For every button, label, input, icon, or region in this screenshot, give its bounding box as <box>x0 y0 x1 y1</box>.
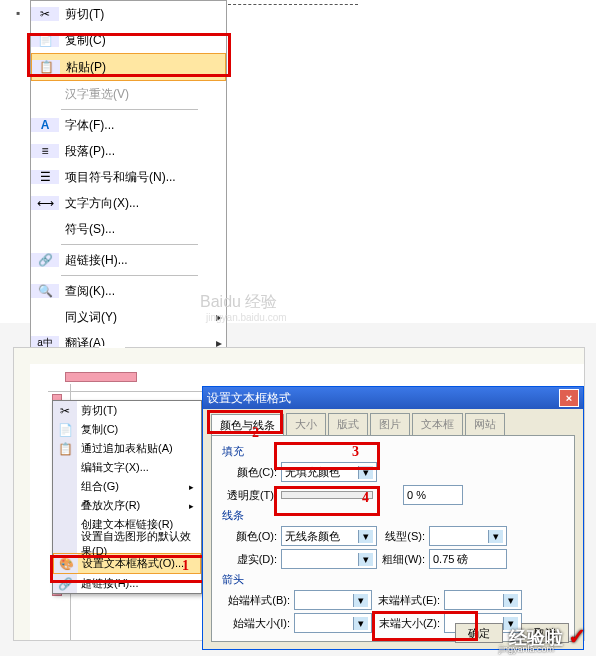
line-color-combo[interactable]: 无线条颜色▾ <box>281 526 377 546</box>
scissors-icon: ✂ <box>40 7 50 21</box>
chevron-down-icon: ▾ <box>358 466 373 479</box>
menu-copy[interactable]: 📄复制(C) <box>31 27 226 53</box>
transparency-slider[interactable] <box>281 491 373 499</box>
ctx-copy[interactable]: 📄复制(C) <box>53 420 201 439</box>
ok-button[interactable]: 确定 <box>455 623 503 643</box>
transparency-label: 透明度(T): <box>222 488 281 503</box>
direction-icon: ⟷ <box>37 196 54 210</box>
tab-textbox[interactable]: 文本框 <box>412 413 463 435</box>
chevron-right-icon: ▸ <box>189 482 201 492</box>
ctx-group[interactable]: 组合(G)▸ <box>53 477 201 496</box>
menu-direction[interactable]: ⟷文字方向(X)... <box>31 190 226 216</box>
menu-lookup[interactable]: 🔍查阅(K)... <box>31 278 226 304</box>
list-icon: ☰ <box>40 170 51 184</box>
tab-web[interactable]: 网站 <box>465 413 505 435</box>
tab-size[interactable]: 大小 <box>286 413 326 435</box>
paragraph-icon: ≡ <box>41 144 48 158</box>
dash-label: 虚实(D): <box>222 552 281 567</box>
chevron-down-icon: ▾ <box>358 553 373 566</box>
menu-synonym[interactable]: 同义词(Y)▸ <box>31 304 226 330</box>
format-dialog: 设置文本框格式 × 颜色与线条 大小 版式 图片 文本框 网站 填充 颜色(C)… <box>202 386 584 650</box>
menu-paragraph[interactable]: ≡段落(P)... <box>31 138 226 164</box>
chevron-down-icon: ▾ <box>488 530 503 543</box>
tab-layout[interactable]: 版式 <box>328 413 368 435</box>
chevron-right-icon: ▸ <box>189 501 201 511</box>
begin-size-combo[interactable]: ▾ <box>294 613 372 633</box>
line-group-label: 线条 <box>222 508 564 523</box>
paste-icon: 📋 <box>39 60 54 74</box>
pink-shape-h <box>65 372 137 382</box>
menu-symbol[interactable]: 符号(S)... <box>31 216 226 242</box>
annotation-3: 3 <box>352 444 359 460</box>
ctx-format[interactable]: 🎨设置文本框格式(O)... <box>53 553 201 574</box>
ctx-order[interactable]: 叠放次序(R)▸ <box>53 496 201 515</box>
edge-icon: ▪ <box>8 0 28 26</box>
begin-size-label: 始端大小(I): <box>222 616 294 631</box>
begin-style-label: 始端样式(B): <box>222 593 294 608</box>
chevron-down-icon: ▾ <box>503 594 518 607</box>
ctx-hyperlink[interactable]: 🔗超链接(H)... <box>53 574 201 593</box>
ctx-edit-text[interactable]: 编辑文字(X)... <box>53 458 201 477</box>
menu-hyperlink[interactable]: 🔗超链接(H)... <box>31 247 226 273</box>
ctx-defaults[interactable]: 设置自选图形的默认效果(D) <box>53 534 201 553</box>
paste-icon: 📋 <box>58 442 73 456</box>
line-color-label: 颜色(O): <box>222 529 281 544</box>
dialog-title: 设置文本框格式 <box>207 390 291 407</box>
end-size-label: 末端大小(Z): <box>372 616 444 631</box>
begin-style-combo[interactable]: ▾ <box>294 590 372 610</box>
weight-spinner[interactable]: 0.75 磅 <box>429 549 507 569</box>
watermark-sub: jingyan.baidu.com <box>206 312 287 323</box>
context-menu: ✂剪切(T) 📄复制(C) 📋通过追加表粘贴(A) 编辑文字(X)... 组合(… <box>52 400 202 594</box>
arrow-group-label: 箭头 <box>222 572 564 587</box>
lookup-icon: 🔍 <box>38 284 53 298</box>
link-icon: 🔗 <box>38 253 53 267</box>
copy-icon: 📄 <box>38 33 53 47</box>
copy-icon: 📄 <box>58 423 73 437</box>
line-style-label: 线型(S): <box>377 529 429 544</box>
format-icon: 🎨 <box>59 557 74 571</box>
menu-paste[interactable]: 📋粘贴(P) <box>31 53 226 81</box>
end-style-label: 末端样式(E): <box>372 593 444 608</box>
watermark: Baidu 经验 <box>200 292 277 313</box>
dash-combo[interactable]: ▾ <box>281 549 377 569</box>
weight-label: 粗细(W): <box>377 552 429 567</box>
menu-font[interactable]: A字体(F)... <box>31 112 226 138</box>
dialog-titlebar: 设置文本框格式 × <box>203 387 583 409</box>
chevron-down-icon: ▾ <box>353 617 368 630</box>
fill-color-combo[interactable]: 无填充颜色▾ <box>281 462 377 482</box>
menu-hanzi[interactable]: 汉字重选(V) <box>31 81 226 107</box>
chevron-down-icon: ▾ <box>353 594 368 607</box>
close-button[interactable]: × <box>559 389 579 407</box>
transparency-value[interactable]: 0 % <box>403 485 463 505</box>
annotation-2: 2 <box>252 425 259 441</box>
tab-picture[interactable]: 图片 <box>370 413 410 435</box>
annotation-1: 1 <box>182 558 189 574</box>
tab-color-line[interactable]: 颜色与线条 <box>211 414 284 436</box>
annotation-4: 4 <box>362 490 369 506</box>
chevron-down-icon: ▾ <box>358 530 373 543</box>
menu-cut[interactable]: ✂剪切(T) <box>31 1 226 27</box>
ctx-cut[interactable]: ✂剪切(T) <box>53 401 201 420</box>
ruler-horizontal <box>14 348 584 365</box>
fill-group-label: 填充 <box>222 444 564 459</box>
end-style-combo[interactable]: ▾ <box>444 590 522 610</box>
context-menu-panel: ✂剪切(T) 📄复制(C) 📋粘贴(P) 汉字重选(V) A字体(F)... ≡… <box>30 0 227 357</box>
scissors-icon: ✂ <box>60 404 70 418</box>
font-icon: A <box>41 118 50 132</box>
ruler-vertical <box>14 364 31 640</box>
link-icon: 🔗 <box>58 577 73 591</box>
ctx-paste-table[interactable]: 📋通过追加表粘贴(A) <box>53 439 201 458</box>
color-label: 颜色(C): <box>222 465 281 480</box>
menu-bullets[interactable]: ☰项目符号和编号(N)... <box>31 164 226 190</box>
logo-url: jingyanla.com <box>499 644 554 654</box>
line-style-combo[interactable]: ▾ <box>429 526 507 546</box>
